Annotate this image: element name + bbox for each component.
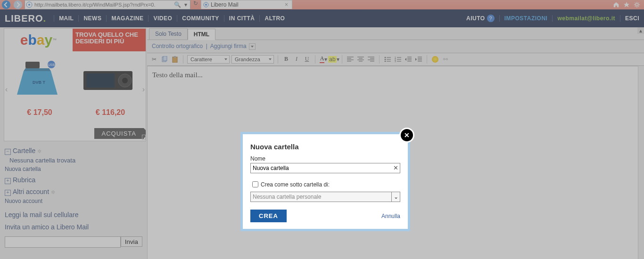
subfolder-checkbox[interactable] [252,181,258,187]
name-label: Nome [250,155,400,162]
cancel-link[interactable]: Annulla [381,213,400,219]
dialog-close-icon[interactable]: ✕ [399,128,414,143]
new-folder-dialog: ✕ Nuova cartella Nome ✕ Crea come sotto … [240,132,410,231]
clear-input-icon[interactable]: ✕ [393,164,398,171]
dialog-title: Nuova cartella [250,143,400,151]
chevron-down-icon[interactable]: ⌄ [391,192,400,202]
subfolder-label: Crea come sotto cartella di: [261,181,330,188]
parent-folder-select[interactable]: Nessuna cartella personale ⌄ [250,192,400,202]
folder-name-input[interactable] [250,163,400,173]
create-button[interactable]: CREA [250,210,287,222]
